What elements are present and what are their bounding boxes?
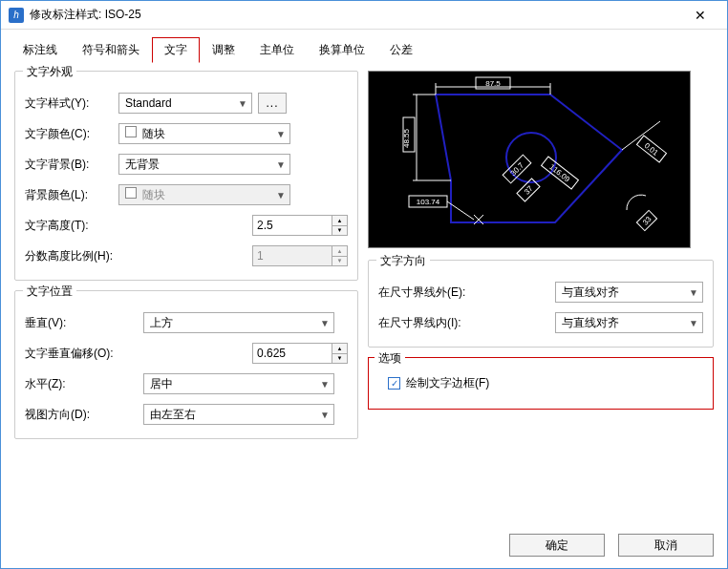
color-swatch-icon [125,126,137,137]
text-bg-label: 文字背景(B): [25,157,113,173]
dialog-window: h 修改标注样式: ISO-25 ✕ 标注线符号和箭头文字调整主单位换算单位公差… [0,0,728,569]
text-height-label: 文字高度(T): [25,218,149,234]
tab-3[interactable]: 调整 [200,37,247,63]
fraction-height-label: 分数高度比例(H): [25,248,149,264]
spinner-down-icon[interactable]: ▼ [332,226,347,236]
left-column: 文字外观 文字样式(Y): Standard ▼ ... 文字颜色(C): 随块… [14,71,358,449]
style-browse-button[interactable]: ... [258,93,287,114]
vertical-label: 垂直(V): [25,315,138,331]
right-column: 87.5 48.55 103.74 116.09 [368,71,714,449]
options-fieldset: 选项 绘制文字边框(F) [368,357,714,410]
ok-button[interactable]: 确定 [509,534,605,557]
vertical-select[interactable]: 上方 ▼ [143,312,334,333]
preview-panel: 87.5 48.55 103.74 116.09 [368,71,691,248]
text-bg-select[interactable]: 无背景 ▼ [118,154,290,175]
draw-frame-checkbox[interactable] [388,377,400,390]
text-color-select[interactable]: 随块 ▼ [118,123,290,144]
inside-lines-select[interactable]: 与直线对齐 ▼ [555,312,703,333]
svg-text:0.01: 0.01 [643,141,660,158]
appearance-title: 文字外观 [23,64,76,80]
tab-6[interactable]: 公差 [377,37,425,63]
text-style-label: 文字样式(Y): [25,95,113,112]
chevron-down-icon: ▼ [276,159,286,170]
svg-text:103.74: 103.74 [417,198,440,206]
text-style-select[interactable]: Standard ▼ [118,93,252,114]
spinner-down-icon: ▼ [332,257,347,266]
inside-lines-label: 在尺寸界线内(I): [378,315,503,331]
chevron-down-icon: ▼ [238,98,247,109]
view-direction-select[interactable]: 由左至右 ▼ [143,404,334,425]
text-color-label: 文字颜色(C): [25,126,113,142]
fraction-height-spinner: 1 ▲▼ [252,245,348,266]
tab-bar: 标注线符号和箭头文字调整主单位换算单位公差 [1,30,727,63]
content-area: 文字外观 文字样式(Y): Standard ▼ ... 文字颜色(C): 随块… [1,63,727,456]
svg-text:30.7: 30.7 [509,160,526,178]
direction-title: 文字方向 [376,253,430,269]
chevron-down-icon: ▼ [276,190,286,200]
draw-frame-label: 绘制文字边框(F) [406,375,489,391]
app-icon: h [9,8,24,23]
chevron-down-icon: ▼ [276,129,286,139]
chevron-down-icon: ▼ [689,318,698,328]
outside-lines-label: 在尺寸界线外(E): [378,284,503,301]
tab-0[interactable]: 标注线 [11,37,70,63]
tab-2[interactable]: 文字 [152,37,200,63]
spinner-down-icon[interactable]: ▼ [332,354,347,364]
outside-lines-select[interactable]: 与直线对齐 ▼ [555,282,703,303]
spinner-up-icon[interactable]: ▲ [332,344,347,354]
window-title: 修改标注样式: ISO-25 [30,7,681,23]
view-direction-label: 视图方向(D): [25,407,138,423]
tab-4[interactable]: 主单位 [247,37,307,63]
text-height-spinner[interactable]: 2.5 ▲▼ [252,215,348,236]
svg-text:87.5: 87.5 [485,79,501,88]
svg-marker-0 [436,95,622,222]
horizontal-label: 水平(Z): [25,376,138,392]
footer: 确定 取消 [509,534,714,557]
vert-offset-spinner[interactable]: 0.625 ▲▼ [252,343,348,364]
vert-offset-label: 文字垂直偏移(O): [25,346,149,362]
chevron-down-icon: ▼ [689,287,698,298]
spinner-up-icon[interactable]: ▲ [332,216,347,226]
preview-drawing: 87.5 48.55 103.74 116.09 [369,72,690,247]
spinner-up-icon: ▲ [332,246,347,257]
draw-frame-checkbox-row[interactable]: 绘制文字边框(F) [388,375,694,391]
chevron-down-icon: ▼ [320,318,330,328]
position-fieldset: 文字位置 垂直(V): 上方 ▼ 文字垂直偏移(O): 0.625 ▲▼ [14,290,358,439]
position-title: 文字位置 [23,284,76,300]
appearance-fieldset: 文字外观 文字样式(Y): Standard ▼ ... 文字颜色(C): 随块… [14,71,358,281]
titlebar: h 修改标注样式: ISO-25 ✕ [1,1,727,30]
bg-color-label: 背景颜色(L): [25,187,113,203]
color-swatch-icon [125,187,137,199]
horizontal-select[interactable]: 居中 ▼ [143,373,334,394]
tab-1[interactable]: 符号和箭头 [70,37,152,63]
chevron-down-icon: ▼ [320,379,330,390]
svg-text:48.55: 48.55 [402,128,411,148]
cancel-button[interactable]: 取消 [618,534,714,557]
tab-5[interactable]: 换算单位 [307,37,377,63]
options-title: 选项 [375,350,405,367]
direction-fieldset: 文字方向 在尺寸界线外(E): 与直线对齐 ▼ 在尺寸界线内(I): 与直线对齐… [368,260,714,348]
close-button[interactable]: ✕ [681,2,719,29]
bg-color-select: 随块 ▼ [118,184,290,205]
chevron-down-icon: ▼ [320,410,330,420]
